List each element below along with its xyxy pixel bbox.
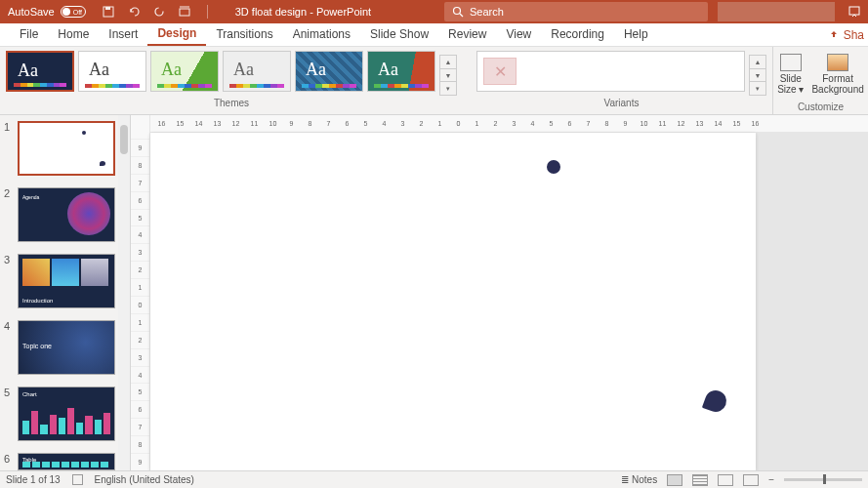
tab-animations[interactable]: Animations (283, 22, 360, 46)
svg-point-2 (155, 8, 163, 16)
slide-thumb-preview (18, 121, 115, 176)
variants-gallery-spinner[interactable]: ▲ ▼ ▾ (749, 55, 766, 96)
slide-size-button[interactable]: Slide Size ▾ (777, 54, 804, 95)
autosave-toggle[interactable]: AutoSave Off (0, 6, 94, 18)
slide-thumb[interactable]: 3 Introduction (0, 248, 130, 314)
tab-help[interactable]: Help (614, 22, 658, 46)
circle-shape[interactable] (547, 160, 560, 174)
tab-slideshow[interactable]: Slide Show (360, 22, 438, 46)
slide-thumb[interactable]: 4 Topic one (0, 314, 130, 381)
search-icon (452, 6, 464, 18)
autosave-state: Off (73, 9, 82, 16)
status-bar: Slide 1 of 13 English (United States) ≣ … (0, 470, 868, 488)
notes-button[interactable]: ≣ Notes (621, 474, 657, 485)
slide-counter[interactable]: Slide 1 of 13 (6, 474, 61, 485)
slide-thumb-preview: Chart (18, 386, 115, 441)
reading-view-icon[interactable] (718, 474, 733, 486)
spin-up-icon[interactable]: ▲ (440, 56, 456, 69)
slide-sorter-view-icon[interactable] (692, 474, 708, 486)
slide-thumb-preview: Introduction (18, 254, 115, 308)
slide-thumb-preview: Table (18, 453, 115, 470)
tab-design[interactable]: Design (147, 22, 206, 46)
teardrop-shape[interactable] (702, 387, 729, 415)
svg-rect-3 (180, 9, 189, 16)
scrollbar-thumb[interactable] (120, 125, 128, 154)
workspace: 1 2 Agenda 3 Introduction 4 (0, 115, 868, 470)
tab-insert[interactable]: Insert (99, 22, 147, 46)
customize-group: Slide Size ▾ Format Background Customize (772, 47, 868, 114)
tab-transitions[interactable]: Transitions (206, 22, 282, 46)
themes-gallery-spinner[interactable]: ▲ ▼ ▾ (439, 55, 457, 96)
spin-expand-icon[interactable]: ▾ (440, 82, 456, 95)
slide-thumb-preview: Topic one (18, 320, 115, 375)
slide-thumb[interactable]: 2 Agenda (0, 182, 130, 248)
user-account-area[interactable] (718, 2, 835, 21)
zoom-out-icon[interactable]: − (768, 474, 774, 485)
slide-canvas[interactable] (150, 133, 756, 470)
format-background-button[interactable]: Format Background (811, 54, 863, 95)
save-icon[interactable] (102, 5, 115, 19)
svg-rect-7 (849, 7, 859, 15)
chevron-down-icon: ▾ (799, 84, 804, 95)
language-indicator[interactable]: English (United States) (95, 474, 194, 485)
undo-icon[interactable] (127, 5, 141, 19)
tab-recording[interactable]: Recording (541, 22, 614, 46)
slide-edit-area: 1615141312111098765432101234567891011121… (150, 115, 868, 470)
thumbs-scrollbar[interactable] (118, 115, 130, 470)
slide-thumb[interactable]: 1 (0, 115, 130, 182)
tab-file[interactable]: File (10, 22, 48, 46)
zoom-slider[interactable] (784, 478, 862, 481)
search-placeholder: Search (470, 6, 504, 18)
svg-point-5 (454, 8, 461, 15)
tab-review[interactable]: Review (438, 22, 496, 46)
accessibility-icon[interactable] (72, 474, 83, 485)
document-title: 3D float design - PowerPoint (220, 6, 387, 18)
spin-down-icon[interactable]: ▼ (440, 69, 456, 83)
svg-rect-1 (105, 7, 110, 10)
theme-thumb[interactable]: Aa (367, 51, 435, 92)
variants-group: ✕ ▲ ▼ ▾ Variants (471, 47, 772, 114)
theme-thumb[interactable]: Aa (150, 51, 219, 92)
spin-down-icon[interactable]: ▼ (750, 69, 765, 83)
format-background-icon (827, 54, 848, 71)
theme-thumb-current[interactable]: Aa (6, 51, 74, 92)
customize-group-label: Customize (773, 100, 868, 114)
theme-thumb[interactable]: Aa (223, 51, 291, 92)
ribbon-display-icon[interactable] (845, 2, 864, 21)
share-button[interactable]: Sha (820, 23, 868, 47)
slide-thumb-preview: Agenda (18, 187, 115, 242)
tab-home[interactable]: Home (48, 22, 99, 46)
title-bar: AutoSave Off 3D float design - PowerPoin… (0, 0, 868, 23)
slide-thumbnails-panel: 1 2 Agenda 3 Introduction 4 (0, 115, 131, 470)
tab-view[interactable]: View (496, 22, 541, 46)
start-from-beginning-icon[interactable] (178, 5, 191, 19)
design-ribbon: Aa Aa Aa Aa Aa Aa (0, 47, 868, 115)
theme-thumb[interactable]: Aa (78, 51, 146, 92)
themes-group: Aa Aa Aa Aa Aa Aa (0, 47, 463, 114)
horizontal-ruler: 1615141312111098765432101234567891011121… (150, 115, 868, 133)
variant-unavailable-icon: ✕ (483, 58, 517, 85)
autosave-label: AutoSave (8, 6, 55, 18)
spin-up-icon[interactable]: ▲ (750, 56, 765, 69)
normal-view-icon[interactable] (667, 474, 682, 486)
slide-thumb[interactable]: 6 Table (0, 447, 130, 470)
themes-group-label: Themes (0, 96, 463, 110)
slide-thumb[interactable]: 5 Chart (0, 381, 130, 447)
search-box[interactable]: Search (444, 2, 708, 21)
ribbon-tabs: File Home Insert Design Transitions Anim… (0, 23, 868, 47)
share-icon (828, 29, 840, 41)
slide-size-icon (780, 54, 802, 71)
slideshow-view-icon[interactable] (743, 474, 759, 486)
spin-expand-icon[interactable]: ▾ (750, 82, 765, 95)
quick-access-toolbar (94, 5, 220, 19)
toggle-switch[interactable]: Off (61, 6, 86, 18)
svg-line-6 (460, 14, 463, 17)
redo-icon[interactable] (152, 5, 166, 19)
variants-group-label: Variants (471, 96, 772, 110)
vertical-ruler: 9876543210123456789 (131, 115, 150, 470)
theme-thumb[interactable]: Aa (295, 51, 363, 92)
variants-gallery[interactable]: ✕ (476, 51, 745, 92)
